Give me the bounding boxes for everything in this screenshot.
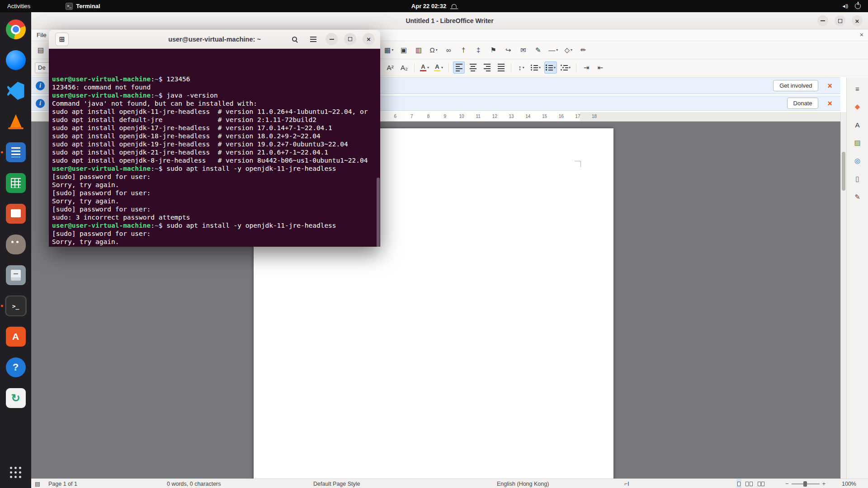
terminal-scrollbar-thumb[interactable] [377,178,380,247]
infobar-close-icon[interactable]: × [827,82,832,90]
insert-table-icon[interactable]: ▦ [383,44,395,56]
align-right-icon[interactable] [481,61,493,74]
app-grid-dock-item[interactable] [5,462,27,483]
basic-shapes-icon[interactable]: ◇ [562,44,574,56]
maximize-button[interactable] [835,15,845,26]
zoom-percentage[interactable]: 100% [842,479,856,488]
software-icon [6,327,26,347]
zoom-slider[interactable] [792,483,820,484]
close-document-icon[interactable]: × [860,31,863,38]
insert-bookmark-icon[interactable]: ⚑ [487,44,499,56]
files-icon [6,265,26,285]
donate-button[interactable]: Donate [787,98,819,109]
close-icon: × [855,18,859,24]
focused-app-menu[interactable]: >_ Terminal [66,3,100,10]
statusbar-language[interactable]: English (Hong Kong) [497,479,549,488]
calc-icon [6,173,26,193]
software-dock-item[interactable] [5,326,27,347]
firefox-dock-item[interactable] [5,50,27,70]
sidebar-gallery-icon[interactable]: ▨ [852,137,863,149]
insert-comment-icon[interactable]: ✉ [517,44,529,56]
statusbar-page-style[interactable]: Default Page Style [313,479,360,488]
sidebar-page-icon[interactable]: ▯ [852,173,863,185]
numbered-list-icon[interactable] [544,61,557,74]
vlc-dock-item[interactable] [5,111,27,132]
document-scrollbar[interactable] [840,112,846,479]
ruler-number: 11 [476,114,480,119]
updater-dock-item[interactable] [5,388,27,408]
close-button[interactable]: × [852,15,863,26]
book-view-icon[interactable] [757,479,765,488]
subscript-icon[interactable]: A₂ [398,61,410,74]
toolbar-partial-icon[interactable]: ▤ [35,44,47,56]
zoom-in-icon[interactable]: + [822,479,826,488]
scrollbar-thumb[interactable] [842,152,845,191]
sidebar-properties-icon[interactable]: ◆ [852,101,863,113]
menu-button[interactable] [307,33,319,45]
terminal-output-line: sudo apt install openjdk-18-jre-headless… [52,132,377,140]
terminal-minimize-button[interactable] [326,33,338,45]
terminal-titlebar[interactable]: ⊞ user@user-virtual-machine: ~ × [49,30,380,49]
minimize-button[interactable] [817,15,828,26]
insert-footnote-icon[interactable]: † [458,44,469,56]
bullet-list-icon[interactable] [529,61,542,74]
single-page-view-icon[interactable] [736,479,741,488]
decrease-indent-icon[interactable]: ⇤ [594,61,606,74]
terminal-maximize-button[interactable] [344,33,356,45]
calc-dock-item[interactable] [5,173,27,193]
font-color-icon[interactable]: A [419,61,430,74]
new-tab-button[interactable]: ⊞ [55,33,69,46]
insert-special-character-icon[interactable]: Ω [428,44,439,56]
terminal-dock-item[interactable] [5,296,27,316]
terminal-prompt-line: user@user-virtual-machine:~$ sudo apt in… [52,164,377,173]
outline-list-icon[interactable] [559,61,572,74]
zoom-out-icon[interactable]: − [785,479,789,488]
vlc-icon [6,112,26,131]
sidebar-navigator-icon[interactable]: ◎ [852,155,863,167]
infobar-close-icon[interactable]: × [827,99,832,108]
statusbar-page[interactable]: Page 1 of 1 [48,479,77,488]
align-center-icon[interactable] [467,61,479,74]
terminal-body[interactable]: user@user-virtual-machine:~$ 12345612345… [49,49,380,247]
sidebar-inspector-icon[interactable]: ✎ [852,191,863,203]
search-icon [292,37,297,42]
sidebar-settings-icon[interactable]: ≡ [852,83,863,94]
terminal-close-button[interactable]: × [363,33,375,45]
justify-icon[interactable] [495,61,507,74]
superscript-icon[interactable]: A² [384,61,396,74]
system-tray[interactable]: ◄)) [841,3,868,9]
clock-menu[interactable]: Apr 22 02:32 [411,3,457,9]
statusbar-word-count[interactable]: 0 words, 0 characters [167,479,221,488]
statusbar-selection-icon[interactable]: ⌐I [624,479,629,488]
writer-dock-item[interactable] [5,142,27,163]
zoom-slider-thumb[interactable] [803,481,807,487]
show-draw-functions-icon[interactable]: ✏ [577,44,589,56]
impress-dock-item[interactable] [5,203,27,224]
insert-endnote-icon[interactable]: ‡ [472,44,484,56]
line-spacing-icon[interactable]: ↕ [515,61,527,74]
vscode-dock-item[interactable] [5,80,27,101]
insert-chart-icon[interactable]: ▥ [413,44,425,56]
writer-titlebar[interactable]: Untitled 1 - LibreOffice Writer × [31,12,868,29]
files-dock-item[interactable] [5,265,27,286]
insert-hyperlink-icon[interactable]: ∞ [443,44,454,56]
insert-cross-reference-icon[interactable]: ↪ [502,44,514,56]
writer-statusbar: ▤ Page 1 of 1 0 words, 0 characters Defa… [31,479,868,488]
insert-line-icon[interactable]: — [547,44,559,56]
multi-page-view-icon[interactable] [745,479,754,488]
activities-button[interactable]: Activities [0,3,38,9]
ruler-number: 14 [525,114,530,119]
increase-indent-icon[interactable]: ⇥ [580,61,592,74]
gimp-dock-item[interactable] [5,234,27,255]
doc-info-icon[interactable]: ▤ [35,479,40,488]
get-involved-button[interactable]: Get involved [773,80,818,91]
align-left-icon[interactable] [453,61,465,74]
help-dock-item[interactable] [5,357,27,378]
track-changes-icon[interactable]: ✎ [532,44,544,56]
search-button[interactable] [288,33,301,45]
sidebar-styles-icon[interactable]: A [852,119,863,131]
highlight-color-icon[interactable]: A [433,61,444,74]
ruler-number: 6 [394,114,396,119]
chrome-dock-item[interactable] [5,19,27,40]
insert-image-icon[interactable]: ▣ [398,44,410,56]
